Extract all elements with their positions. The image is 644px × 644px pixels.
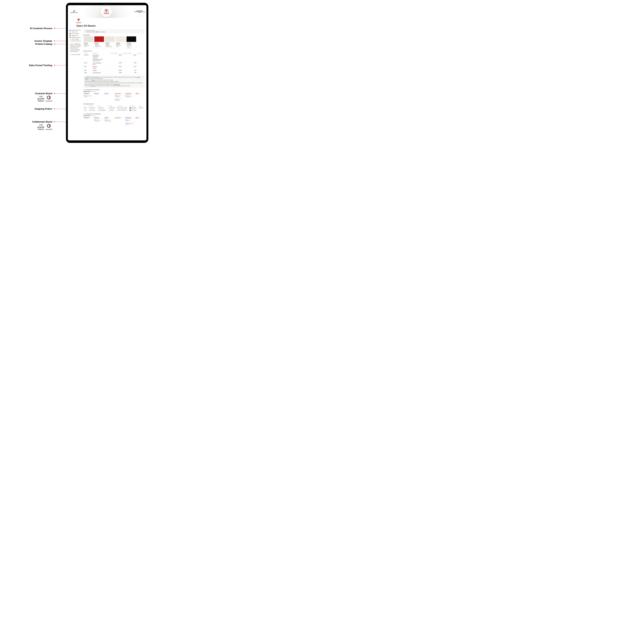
table-row[interactable]: DesireSales CallFreebie10000020000 (84, 66, 145, 69)
product-card[interactable]: Shoe 03NIK-166SGD 70.00 India (116, 36, 126, 49)
svg-rect-1 (105, 10, 107, 10)
sidebar-master-link[interactable]: 📄Content OS Master (70, 54, 82, 55)
svg-rect-6 (78, 20, 79, 21)
svg-rect-4 (77, 19, 80, 19)
kanban-column: In Partnersh...1👤 Mark Wilson📄 Benchmark (125, 93, 134, 102)
orders-heading: ⊞ Outgoing Orders (84, 103, 145, 105)
connectos-icon (47, 96, 51, 99)
orders-table: IDOrder NameContactCompanyCreated timeSa… (84, 105, 145, 111)
tab-table[interactable]: ⊞ Table (92, 91, 95, 92)
kanban-column: 1st Contact0👤 Samantha Taylor📄 Uber (84, 93, 93, 102)
label-orders: Outgoing Orders (3, 108, 52, 110)
kanban-column: Meeting0 (104, 93, 114, 102)
kanban-column: Follow-Up0 (94, 93, 103, 102)
funnel-icon (104, 9, 108, 13)
kanban-card[interactable]: 👤 Maria Rodriguez📄 Stripe (125, 122, 134, 125)
table-row[interactable]: ActionPurchase1000007000 (84, 69, 145, 72)
kanban-card[interactable]: 👤 Jane Smith📄 SpaceX (115, 95, 124, 98)
kanban-customers: 1st Contact0👤 Samantha Taylor📄 UberFollo… (84, 93, 145, 102)
product-card[interactable]: Shoe 04NIK-551SGD 80.00 SingaporeIndia (105, 36, 115, 49)
sidebar-tip: 💡 Use 📄 Content OS Master to plan and pu… (70, 43, 82, 53)
board-customers-heading: ▾ 📊 Status Board: Customers (84, 89, 145, 90)
logo-strip: salesOS (76, 18, 81, 23)
sidebar-item[interactable]: 📝Interview Notes and... (70, 40, 82, 42)
board-tabs: ⊞ Status Board ⊞ Table (84, 91, 145, 92)
table-row[interactable]: AXC-4📄 James Order📄 James Maddison📄 Fast… (84, 109, 145, 111)
product-card[interactable]: Shoe 05ADI-1234SGD 69.00 India Low Inven… (126, 36, 136, 49)
board-tabs-collab: ⊞ Status Board ⊞ Table (84, 115, 145, 116)
kanban-collaborators: 1st Contact0Follow-Up1👤 Bob Johnson📄 Sen… (84, 117, 145, 126)
hex-left: 🚀 STARTUP NOTION (69, 7, 79, 16)
products-heading: ⊞ Products (84, 34, 145, 36)
product-card[interactable]: Shoe 02NIK-212SGD 29.00 SingaporeIndia (94, 36, 104, 49)
table-row[interactable]: AwarenessCold OutreachLanding PageAdvert… (84, 54, 145, 62)
kanban-column: Contract Ne...0👤 Jane Smith📄 SpaceX👤 Rac… (115, 93, 124, 102)
funnel-heading: ⊞ Sales Funnel (84, 50, 145, 52)
kanban-column: 1st Contact0 (84, 117, 93, 126)
kanban-card[interactable]: 👤 Samantha Taylor📄 Uber (84, 95, 93, 98)
product-card[interactable]: Shoe 01NIK-123SGD 15.00 India (84, 36, 93, 49)
banner: 🚀 STARTUP NOTION salesOS ▮ startOS INTEG… (68, 5, 146, 18)
kanban-column: No Go0 (135, 93, 145, 102)
label-persona: AI Customer Persona (3, 27, 52, 30)
callout-sales: 💡 Sales and Orders:Add your products in … (84, 29, 145, 33)
table-row[interactable]: InterestFollow-Up/ ResponseDemo100000450… (84, 62, 145, 66)
kanban-card[interactable]: 👤 Bob Johnson📄 Senmina (94, 119, 103, 122)
sidebar-item[interactable]: 📤Outgoing Orderbook (70, 36, 82, 38)
sidebar-item[interactable]: 🧾Invoice Template (70, 38, 82, 40)
label-funnel: Sales Funnel Tracking (3, 64, 52, 67)
sidebar-item[interactable]: 👥Customer Persona (... (70, 29, 82, 31)
tablet-frame: 🚀 STARTUP NOTION salesOS ▮ startOS INTEG… (66, 3, 148, 143)
tab-status-board[interactable]: ⊞ Status Board (84, 91, 91, 92)
info-block: 💡 👥 Master People Database contains all … (84, 75, 145, 88)
table-row[interactable]: LoyaltyRecurring Purchase1000005000 (84, 72, 145, 74)
label-collab: Collaborator Board Full ▮ startOS featur… (3, 121, 52, 130)
board-collab-heading: ▾ 📊 Status Board: Collaborators (84, 113, 145, 115)
kanban-column: Contract Ne...0 (115, 117, 124, 126)
kanban-card[interactable]: 👤 Rachel Lee📄 SpaceX (115, 98, 124, 101)
label-customers: Customer Board Full ▮ startOS feature co… (3, 92, 52, 102)
kanban-column: No Go0 (135, 117, 145, 126)
main: 💡 Sales and Orders:Add your products in … (84, 29, 145, 126)
products-row: Shoe 01NIK-123SGD 15.00 India Shoe 02NIK… (84, 36, 145, 49)
funnel-table: Aa NameProcess TagNumber of LeadsConvers… (84, 52, 145, 74)
connectos-icon (47, 124, 51, 128)
kanban-card[interactable]: 👤 Mark Wilson📄 Benchmark (125, 95, 134, 98)
screen: 🚀 STARTUP NOTION salesOS ▮ startOS INTEG… (68, 5, 146, 140)
tab-table-collab[interactable]: ⊞ Table (92, 115, 95, 116)
page-title: Sales OS Master (76, 24, 145, 27)
sidebar-item[interactable]: 📦Suppliers List (70, 35, 82, 36)
kanban-column: In Partnersh...2👤 David Kim📄 Jabil👤 Mari… (125, 117, 134, 126)
table-row[interactable]: AXC-3📄 Emily's Order📄 Emily Chen📄 Seamle… (84, 107, 145, 109)
kanban-column: Follow-Up1👤 Bob Johnson📄 Senmina (94, 117, 103, 126)
hex-right: ▮ startOS INTEGRATED STARTUP OPERATING S… (134, 7, 145, 16)
kanban-card[interactable]: 👤 David Kim📄 Jabil (125, 119, 134, 122)
content: Sales OS Master 👥Customer Persona (...🔻S… (68, 24, 146, 126)
funnel-small-icon (77, 18, 81, 22)
tab-status-board-collab[interactable]: ⊞ Status Board (84, 115, 91, 116)
kanban-column: Meeting1👤 Emily Chen📄 Seamless XR (104, 117, 114, 126)
label-invoice: Invoice Template (3, 40, 52, 42)
svg-rect-3 (106, 11, 107, 12)
hex-center: salesOS (101, 6, 112, 17)
sidebar: 👥Customer Persona (...🔻Sales Funnel📕Prod… (70, 29, 82, 126)
svg-rect-2 (106, 10, 107, 11)
sidebar-item[interactable]: 🔻Sales Funnel (70, 31, 82, 33)
label-catalog: Product Catalog (3, 43, 52, 45)
kanban-card[interactable]: 👤 Emily Chen📄 Seamless XR (104, 119, 114, 122)
svg-rect-5 (78, 20, 79, 20)
sidebar-item[interactable]: 📕Product Catalog (70, 33, 82, 35)
